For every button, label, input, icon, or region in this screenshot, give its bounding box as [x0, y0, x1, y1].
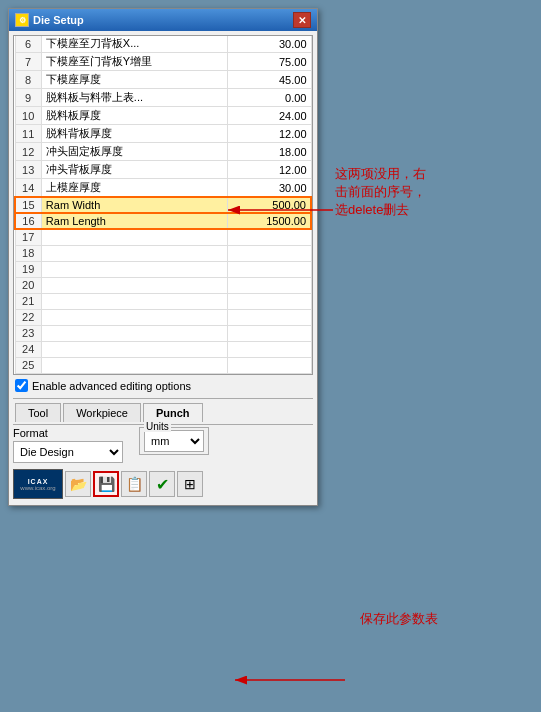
- title-bar: ⚙ Die Setup ✕: [9, 9, 317, 31]
- window-body: # Description Value 1刀口板与料带下表...0.002刀口板…: [9, 31, 317, 505]
- cell-value: [227, 229, 311, 245]
- cell-value: 75.00: [227, 53, 311, 71]
- cell-desc: 下模座至门背板Y增里: [41, 53, 227, 71]
- cell-value: [227, 245, 311, 261]
- close-button[interactable]: ✕: [293, 12, 311, 28]
- window-icon: ⚙: [15, 13, 29, 27]
- units-select[interactable]: mm in: [144, 430, 204, 452]
- format-select[interactable]: Die Design: [13, 441, 123, 463]
- tabs-row: Tool Workpiece Punch: [13, 401, 313, 422]
- cell-value: [227, 261, 311, 277]
- table-row[interactable]: 7下模座至门背板Y增里75.00: [15, 53, 311, 71]
- table-row[interactable]: 8下模座厚度45.00: [15, 71, 311, 89]
- table-row[interactable]: 13冲头背板厚度12.00: [15, 161, 311, 179]
- cell-value: 30.00: [227, 35, 311, 53]
- cell-desc: [41, 357, 227, 373]
- cell-desc: Ram Width: [41, 197, 227, 213]
- save-button[interactable]: 💾: [93, 471, 119, 497]
- cell-num: 11: [15, 125, 41, 143]
- cell-num: 17: [15, 229, 41, 245]
- annotation-delete-text: 这两项没用，右击前面的序号，选delete删去: [335, 165, 426, 220]
- format-units-row: Format Die Design Units mm in: [13, 427, 313, 463]
- cell-num: 6: [15, 35, 41, 53]
- advanced-editing-checkbox[interactable]: [15, 379, 28, 392]
- cell-desc: 脱料背板厚度: [41, 125, 227, 143]
- cell-desc: [41, 261, 227, 277]
- cell-desc: 冲头固定板厚度: [41, 143, 227, 161]
- cell-num: 15: [15, 197, 41, 213]
- table-row[interactable]: 6下模座至刀背板X...30.00: [15, 35, 311, 53]
- check-button[interactable]: ✔: [149, 471, 175, 497]
- cell-desc: Ram Length: [41, 213, 227, 229]
- cell-desc: [41, 293, 227, 309]
- cell-value: 0.00: [227, 89, 311, 107]
- tab-workpiece[interactable]: Workpiece: [63, 403, 141, 422]
- cell-value: 1500.00: [227, 213, 311, 229]
- cell-desc: 冲头背板厚度: [41, 161, 227, 179]
- table-row[interactable]: 11脱料背板厚度12.00: [15, 125, 311, 143]
- cell-value: 45.00: [227, 71, 311, 89]
- annotation-arrow-2: [225, 670, 345, 690]
- cell-value: 12.00: [227, 125, 311, 143]
- table-row[interactable]: 10脱料板厚度24.00: [15, 107, 311, 125]
- table-row[interactable]: 17: [15, 229, 311, 245]
- cell-num: 10: [15, 107, 41, 125]
- window-title: Die Setup: [33, 14, 84, 26]
- annotation-save-text: 保存此参数表: [360, 610, 438, 628]
- die-setup-window: ⚙ Die Setup ✕ # Description Value 1刀口板与料…: [8, 8, 318, 506]
- cell-desc: [41, 325, 227, 341]
- cell-num: 25: [15, 357, 41, 373]
- cell-num: 19: [15, 261, 41, 277]
- cell-value: 30.00: [227, 179, 311, 198]
- table-row[interactable]: 22: [15, 309, 311, 325]
- cell-num: 16: [15, 213, 41, 229]
- advanced-editing-label: Enable advanced editing options: [32, 380, 191, 392]
- cell-desc: 下模座厚度: [41, 71, 227, 89]
- cell-num: 14: [15, 179, 41, 198]
- cell-desc: 脱料板与料带上表...: [41, 89, 227, 107]
- cell-value: [227, 277, 311, 293]
- table-row[interactable]: 25: [15, 357, 311, 373]
- cell-desc: 上模座厚度: [41, 179, 227, 198]
- table-row[interactable]: 19: [15, 261, 311, 277]
- grid-button[interactable]: ⊞: [177, 471, 203, 497]
- cell-desc: [41, 277, 227, 293]
- tab-tool[interactable]: Tool: [15, 403, 61, 422]
- table-row[interactable]: 9脱料板与料带上表...0.00: [15, 89, 311, 107]
- cell-num: 23: [15, 325, 41, 341]
- cell-desc: 脱料板厚度: [41, 107, 227, 125]
- table-row[interactable]: 15Ram Width500.00: [15, 197, 311, 213]
- cell-num: 20: [15, 277, 41, 293]
- die-table[interactable]: # Description Value 1刀口板与料带下表...0.002刀口板…: [13, 35, 313, 375]
- table-row[interactable]: 18: [15, 245, 311, 261]
- table-row[interactable]: 23: [15, 325, 311, 341]
- cell-num: 24: [15, 341, 41, 357]
- cell-num: 12: [15, 143, 41, 161]
- toolbar: ICAX www.icax.org 📂 💾 📋 ✔ ⊞: [13, 467, 313, 501]
- logo-subtext: www.icax.org: [20, 485, 55, 491]
- cell-value: 18.00: [227, 143, 311, 161]
- open-button[interactable]: 📂: [65, 471, 91, 497]
- cell-value: 500.00: [227, 197, 311, 213]
- table-row[interactable]: 14上模座厚度30.00: [15, 179, 311, 198]
- cell-num: 18: [15, 245, 41, 261]
- advanced-editing-row: Enable advanced editing options: [13, 375, 313, 396]
- cell-num: 7: [15, 53, 41, 71]
- logo-text: ICAX: [28, 478, 49, 485]
- units-legend: Units: [144, 421, 171, 432]
- tab-punch[interactable]: Punch: [143, 403, 203, 422]
- format-group: Format Die Design: [13, 427, 123, 463]
- table-row[interactable]: 21: [15, 293, 311, 309]
- table-row[interactable]: 16Ram Length1500.00: [15, 213, 311, 229]
- cell-desc: [41, 341, 227, 357]
- table-row[interactable]: 20: [15, 277, 311, 293]
- cell-desc: 下模座至刀背板X...: [41, 35, 227, 53]
- table-row[interactable]: 12冲头固定板厚度18.00: [15, 143, 311, 161]
- format-label: Format: [13, 427, 123, 439]
- logo: ICAX www.icax.org: [13, 469, 63, 499]
- cell-num: 9: [15, 89, 41, 107]
- cell-num: 21: [15, 293, 41, 309]
- copy-button[interactable]: 📋: [121, 471, 147, 497]
- cell-value: [227, 341, 311, 357]
- table-row[interactable]: 24: [15, 341, 311, 357]
